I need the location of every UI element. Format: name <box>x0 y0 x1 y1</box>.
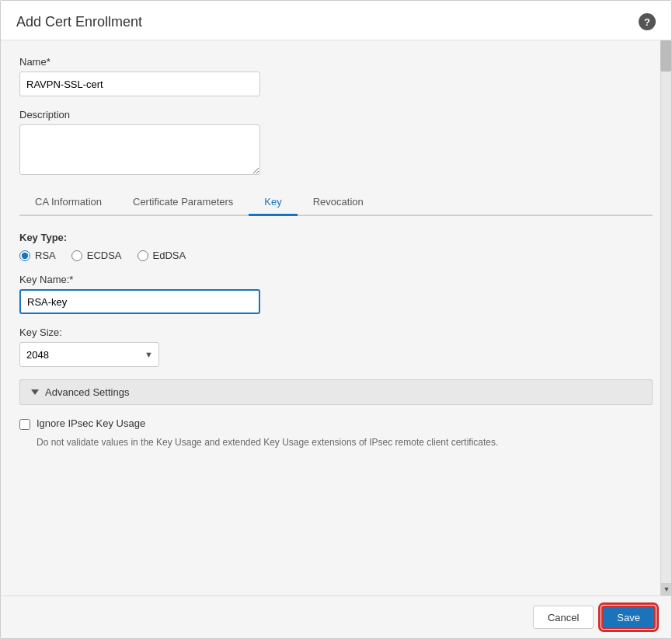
tab-certificate-parameters[interactable]: Certificate Parameters <box>117 190 249 216</box>
dialog-body: Name* Description CA Information Certifi… <box>1 40 671 595</box>
key-type-radio-group: RSA ECDSA EdDSA <box>19 250 653 261</box>
description-input[interactable] <box>19 124 260 175</box>
radio-rsa-input[interactable] <box>19 250 30 261</box>
cancel-button[interactable]: Cancel <box>533 606 594 629</box>
key-name-input[interactable] <box>19 289 260 314</box>
key-name-field-group: Key Name:* <box>19 274 653 314</box>
radio-ecdsa[interactable]: ECDSA <box>71 250 122 261</box>
name-field-group: Name* <box>19 56 653 96</box>
key-size-label: Key Size: <box>19 326 653 338</box>
ignore-ipsec-checkbox[interactable] <box>19 419 30 430</box>
dialog-footer: Cancel Save <box>1 595 671 638</box>
radio-eddsa-input[interactable] <box>138 250 148 261</box>
key-type-group: Key Type: RSA ECDSA EdDSA <box>19 232 653 261</box>
ignore-ipsec-checkbox-row: Ignore IPsec Key Usage <box>19 417 653 430</box>
scroll-thumb[interactable] <box>660 40 671 72</box>
name-input[interactable] <box>19 72 260 96</box>
dialog-title: Add Cert Enrollment <box>16 14 142 30</box>
tab-key[interactable]: Key <box>249 190 297 216</box>
radio-eddsa-label: EdDSA <box>153 250 186 261</box>
radio-rsa[interactable]: RSA <box>19 250 56 261</box>
dialog-header: Add Cert Enrollment ? <box>1 1 671 40</box>
key-size-field-group: Key Size: 512 1024 2048 4096 ▼ <box>19 326 653 367</box>
tab-ca-information[interactable]: CA Information <box>19 190 117 216</box>
radio-rsa-label: RSA <box>35 250 56 261</box>
add-cert-enrollment-dialog: Add Cert Enrollment ? Name* Description … <box>0 0 672 639</box>
description-field-group: Description <box>19 109 653 177</box>
description-label: Description <box>19 109 653 120</box>
ignore-ipsec-label: Ignore IPsec Key Usage <box>37 417 145 429</box>
ignore-ipsec-group: Ignore IPsec Key Usage Do not validate v… <box>19 417 653 449</box>
scroll-arrow-down[interactable]: ▼ <box>661 583 671 595</box>
help-icon[interactable]: ? <box>639 13 656 30</box>
key-name-label: Key Name:* <box>19 274 653 285</box>
radio-eddsa[interactable]: EdDSA <box>138 250 186 261</box>
name-label: Name* <box>19 56 653 68</box>
advanced-settings-label: Advanced Settings <box>45 386 129 398</box>
ignore-ipsec-description: Do not validate values in the Key Usage … <box>37 436 653 449</box>
radio-ecdsa-input[interactable] <box>71 250 82 261</box>
save-button[interactable]: Save <box>601 606 656 629</box>
advanced-settings-bar[interactable]: Advanced Settings <box>19 379 653 405</box>
key-size-select[interactable]: 512 1024 2048 4096 <box>19 342 159 367</box>
scroll-track: ▲ ▼ <box>660 40 671 595</box>
advanced-settings-expand-icon <box>31 389 39 395</box>
key-size-select-wrapper: 512 1024 2048 4096 ▼ <box>19 342 159 367</box>
tabs-container: CA Information Certificate Parameters Ke… <box>19 190 653 216</box>
tab-revocation[interactable]: Revocation <box>298 190 379 216</box>
key-type-label: Key Type: <box>19 232 653 243</box>
radio-ecdsa-label: ECDSA <box>87 250 122 261</box>
